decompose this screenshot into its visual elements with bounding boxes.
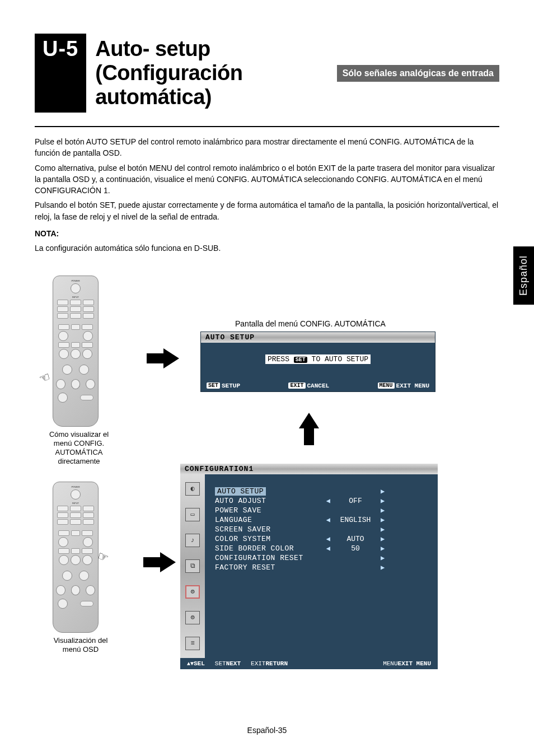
osd2-row-value: AUTO xyxy=(330,535,381,543)
osd2-row-label: FACTORY RESET xyxy=(215,563,321,572)
osd2-foot-exit-lbl: EXIT xyxy=(251,660,265,667)
arrow-up-icon xyxy=(299,413,319,428)
osd2-row-label: COLOR SYSTEM xyxy=(215,535,321,543)
osd2-row-label: SIDE BORDER COLOR xyxy=(215,544,321,553)
screen-icon: ▭ xyxy=(185,508,200,521)
osd2-row: LANGUAGE◀ENGLISH▶ xyxy=(215,515,423,525)
osd2-foot-exit-txt: RETURN xyxy=(265,660,288,667)
osd2-row: AUTO ADJUST◀OFF▶ xyxy=(215,496,423,506)
section-tag: U-5 xyxy=(35,34,86,113)
osd-press-pre: PRESS xyxy=(268,355,289,363)
osd-foot-exit-lbl: EXIT xyxy=(288,382,305,389)
osd-configuration1-panel: CONFIGURATION1 ◐ ▭ ♪ ⧉ ⚙ ⚙ ≡ AUTO SETUP▶… xyxy=(180,464,438,669)
section-title: Auto- setup (Configuración automática) xyxy=(86,34,336,113)
left-arrow-icon: ◀ xyxy=(321,497,330,505)
osd2-foot-set-lbl: SET xyxy=(215,660,226,667)
osd2-row-label: LANGUAGE xyxy=(215,516,321,524)
paragraph-1: Pulse el botón AUTO SETUP del control re… xyxy=(35,136,499,159)
osd2-foot-sel-tri: ▲▼ xyxy=(187,661,194,667)
osd2-row-label: POWER SAVE xyxy=(215,506,321,515)
right-arrow-icon: ▶ xyxy=(381,525,390,534)
note-label: NOTA: xyxy=(35,228,499,239)
right-arrow-icon: ▶ xyxy=(381,487,390,496)
osd2-row-value: 50 xyxy=(330,544,381,553)
paragraph-3: Pulsando el botón SET, puede ajustar cor… xyxy=(35,199,499,222)
osd2-title: CONFIGURATION1 xyxy=(180,464,438,474)
advanced-icon: ≡ xyxy=(185,637,200,650)
right-arrow-icon: ▶ xyxy=(381,544,390,553)
osd2-row: SCREEN SAVER▶ xyxy=(215,525,423,534)
arrow-right-icon xyxy=(160,552,176,572)
signal-badge: Sólo señales analógicas de entrada xyxy=(337,65,499,82)
right-arrow-icon: ▶ xyxy=(381,506,390,515)
osd-foot-set-txt: SETUP xyxy=(222,382,240,389)
osd2-row-label: AUTO SETUP xyxy=(215,487,321,496)
osd2-foot-set-txt: NEXT xyxy=(226,660,241,667)
config2-icon: ⚙ xyxy=(185,611,200,624)
osd2-list: AUTO SETUP▶AUTO ADJUST◀OFF▶POWER SAVE▶LA… xyxy=(205,474,438,658)
osd-press-post: TO AUTO SETUP xyxy=(312,355,368,363)
osd-press-btn: SET xyxy=(294,357,307,363)
osd-foot-menu-txt: EXIT MENU xyxy=(396,382,429,389)
page-footer: Español-35 xyxy=(0,726,534,735)
osd2-row-label: SCREEN SAVER xyxy=(215,525,321,534)
right-arrow-icon: ▶ xyxy=(381,497,390,505)
osd-caption: Pantalla del menú CONFIG. AUTOMÁTICA xyxy=(235,319,386,328)
osd2-row: AUTO SETUP▶ xyxy=(215,487,423,496)
language-tab: Español xyxy=(513,246,534,305)
osd2-row-value: ENGLISH xyxy=(330,516,381,524)
remote1-caption: Cómo visualizar el menú CONFIG. AUTOMÁTI… xyxy=(43,430,115,466)
osd2-foot-menu-txt: EXIT MENU xyxy=(398,660,431,667)
remote2-caption: Visualización del menú OSD xyxy=(47,636,114,655)
brightness-icon: ◐ xyxy=(185,482,200,496)
right-arrow-icon: ▶ xyxy=(381,535,390,543)
osd-auto-setup-panel: AUTO SETUP PRESS SET TO AUTO SETUP SETSE… xyxy=(200,332,435,392)
left-arrow-icon: ◀ xyxy=(321,544,330,553)
osd2-row-label: CONFIGURATION RESET xyxy=(215,554,321,562)
osd2-row-value: OFF xyxy=(330,497,381,505)
pip-icon: ⧉ xyxy=(185,559,200,573)
osd-foot-set-lbl: SET xyxy=(207,382,220,389)
audio-icon: ♪ xyxy=(185,534,200,547)
osd2-foot-menu-lbl: MENU xyxy=(383,660,397,667)
arrow-right-icon xyxy=(163,348,179,368)
right-arrow-icon: ▶ xyxy=(381,554,390,562)
config1-icon: ⚙ xyxy=(185,585,200,599)
paragraph-2: Como alternativa, pulse el botón MENU de… xyxy=(35,162,499,197)
osd2-row: COLOR SYSTEM◀AUTO▶ xyxy=(215,534,423,544)
osd2-row: CONFIGURATION RESET▶ xyxy=(215,553,423,563)
note-text: La configuración automática sólo funcion… xyxy=(35,242,499,254)
osd-foot-menu-lbl: MENU xyxy=(378,382,395,389)
osd2-row-label: AUTO ADJUST xyxy=(215,497,321,505)
left-arrow-icon: ◀ xyxy=(321,535,330,543)
right-arrow-icon: ▶ xyxy=(381,516,390,524)
osd2-row: FACTORY RESET▶ xyxy=(215,563,423,572)
osd2-sidebar: ◐ ▭ ♪ ⧉ ⚙ ⚙ ≡ xyxy=(180,474,205,658)
pointing-hand-icon: ☜ xyxy=(37,369,53,386)
right-arrow-icon: ▶ xyxy=(381,563,390,572)
left-arrow-icon: ◀ xyxy=(321,516,330,524)
remote-control-2: POWER INPUT xyxy=(53,482,99,633)
osd2-row: POWER SAVE▶ xyxy=(215,506,423,515)
osd2-row: SIDE BORDER COLOR◀50▶ xyxy=(215,544,423,553)
osd2-foot-sel-txt: SEL xyxy=(194,660,205,667)
osd-foot-exit-txt: CANCEL xyxy=(307,382,330,389)
osd-auto-title: AUTO SETUP xyxy=(201,332,435,343)
remote-control-1: POWER INPUT xyxy=(53,276,99,427)
